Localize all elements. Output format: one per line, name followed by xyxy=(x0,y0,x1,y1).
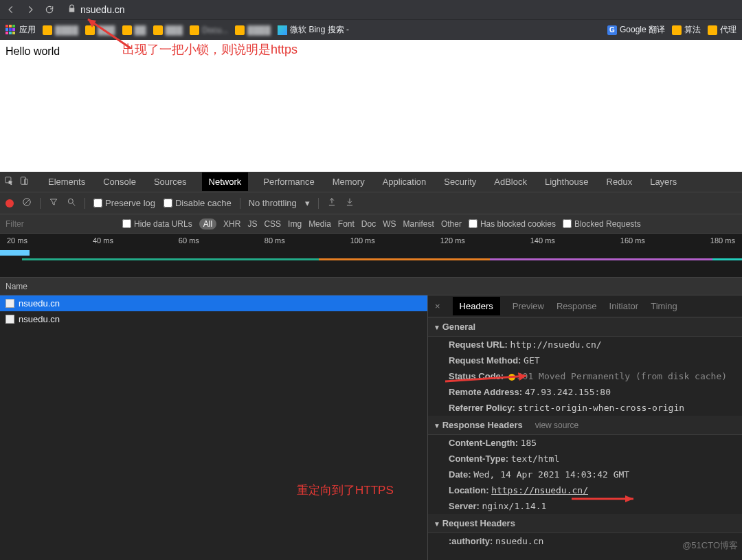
tab-network[interactable]: Network xyxy=(202,172,249,191)
kv-referrer: Referrer Policy: strict-origin-when-cros… xyxy=(428,400,742,416)
tab-timing[interactable]: Timing xyxy=(651,301,677,311)
network-filterbar: Hide data URLs All XHR JS CSS Img Media … xyxy=(0,214,742,234)
network-timeline[interactable]: 20 ms 40 ms 60 ms 80 ms 100 ms 120 ms 14… xyxy=(0,234,742,278)
section-general[interactable]: General xyxy=(428,317,742,337)
tick-label: 60 ms xyxy=(179,236,199,245)
kv-remote: Remote Address: 47.93.242.155:80 xyxy=(428,384,742,400)
tick-label: 160 ms xyxy=(620,236,645,245)
device-icon[interactable] xyxy=(19,176,29,188)
apps-button[interactable]: 应用 xyxy=(5,24,36,36)
kv-status: Status Code: 301 Moved Permanently (from… xyxy=(428,368,742,384)
filter-icon[interactable] xyxy=(49,197,58,209)
section-request-headers[interactable]: Request Headers xyxy=(428,514,742,533)
bookmark-proxy[interactable]: 代理 xyxy=(708,24,737,36)
reload-button[interactable] xyxy=(44,4,55,15)
tab-response[interactable]: Response xyxy=(556,301,597,311)
tick-label: 120 ms xyxy=(440,236,465,245)
tab-console[interactable]: Console xyxy=(100,172,139,191)
devtools-tablist: Elements Console Sources Network Perform… xyxy=(0,172,742,192)
view-source-link[interactable]: view source xyxy=(535,421,578,430)
upload-icon[interactable] xyxy=(327,197,337,209)
bookmark-bing[interactable]: 微软 Bing 搜索 - xyxy=(278,24,349,36)
bookmark-item[interactable]: ████ xyxy=(235,25,271,35)
svg-line-5 xyxy=(24,199,30,205)
blocked-requests-checkbox[interactable]: Blocked Requests xyxy=(563,219,641,229)
bookmark-algo[interactable]: 算法 xyxy=(672,24,701,36)
close-icon[interactable]: × xyxy=(435,301,440,311)
filter-media[interactable]: Media xyxy=(308,219,331,229)
request-name: nsuedu.cn xyxy=(19,314,60,324)
filter-input[interactable] xyxy=(5,219,115,229)
bookmark-item[interactable]: ███ xyxy=(85,25,115,35)
tab-preview[interactable]: Preview xyxy=(513,301,544,311)
file-icon xyxy=(5,299,14,308)
tick-label: 80 ms xyxy=(265,236,285,245)
tab-initiator[interactable]: Initiator xyxy=(609,301,639,311)
address-bar[interactable]: nsuedu.cn xyxy=(63,4,737,15)
forward-button[interactable] xyxy=(25,4,36,15)
svg-rect-3 xyxy=(25,179,28,185)
filter-other[interactable]: Other xyxy=(441,219,462,229)
tab-redux[interactable]: Redux xyxy=(604,172,636,191)
status-dot-icon xyxy=(508,374,515,381)
hide-data-urls-checkbox[interactable]: Hide data URLs xyxy=(122,219,192,229)
tab-layers[interactable]: Layers xyxy=(647,172,679,191)
filter-css[interactable]: CSS xyxy=(264,219,281,229)
filter-js[interactable]: JS xyxy=(247,219,257,229)
filter-ws[interactable]: WS xyxy=(383,219,396,229)
tab-application[interactable]: Application xyxy=(380,172,429,191)
kv-date: Date: Wed, 14 Apr 2021 14:03:42 GMT xyxy=(428,467,742,482)
page-content: Hello world 出现了一把小锁，则说明是https xyxy=(0,40,742,172)
tab-lighthouse[interactable]: Lighthouse xyxy=(542,172,592,191)
back-button[interactable] xyxy=(5,4,16,15)
filter-img[interactable]: Img xyxy=(288,219,302,229)
tab-adblock[interactable]: AdBlock xyxy=(491,172,530,191)
preserve-log-checkbox[interactable]: Preserve log xyxy=(93,198,155,208)
file-icon xyxy=(5,315,14,324)
kv-method: Request Method: GET xyxy=(428,352,742,368)
inspect-icon[interactable] xyxy=(4,176,14,188)
disable-cache-checkbox[interactable]: Disable cache xyxy=(164,198,232,208)
search-icon[interactable] xyxy=(67,197,76,209)
tab-elements[interactable]: Elements xyxy=(45,172,88,191)
tick-label: 20 ms xyxy=(7,236,27,245)
bookmark-label: 微软 Bing 搜索 - xyxy=(290,24,349,36)
bookmark-google-translate[interactable]: GGoogle 翻译 xyxy=(607,24,665,36)
name-column-header[interactable]: Name xyxy=(0,278,742,295)
annotation-lock: 出现了一把小锁，则说明是https xyxy=(122,41,297,58)
bookmark-label: 代理 xyxy=(720,24,737,36)
request-detail: × Headers Preview Response Initiator Tim… xyxy=(427,295,742,560)
bookmark-item[interactable]: Docu... xyxy=(190,25,228,35)
tab-performance[interactable]: Performance xyxy=(260,172,317,191)
filter-xhr[interactable]: XHR xyxy=(223,219,240,229)
throttling-select[interactable]: No throttling xyxy=(249,198,297,208)
chevron-down-icon[interactable]: ▾ xyxy=(305,198,310,208)
tick-label: 180 ms xyxy=(710,236,735,245)
tab-security[interactable]: Security xyxy=(441,172,479,191)
record-icon[interactable] xyxy=(5,199,14,208)
apps-icon xyxy=(5,25,16,36)
download-icon[interactable] xyxy=(345,197,355,209)
apps-label: 应用 xyxy=(19,24,36,36)
google-translate-icon: G xyxy=(607,25,617,35)
filter-doc[interactable]: Doc xyxy=(361,219,376,229)
blocked-cookies-checkbox[interactable]: Has blocked cookies xyxy=(469,219,556,229)
url-text: nsuedu.cn xyxy=(80,4,125,15)
bing-icon xyxy=(278,25,287,35)
filter-manifest[interactable]: Manifest xyxy=(403,219,434,229)
tab-sources[interactable]: Sources xyxy=(151,172,190,191)
section-response-headers[interactable]: Response Headersview source xyxy=(428,416,742,435)
clear-icon[interactable] xyxy=(22,197,32,209)
tab-headers[interactable]: Headers xyxy=(453,297,500,315)
filter-all[interactable]: All xyxy=(199,219,216,229)
watermark: @51CTO博客 xyxy=(682,539,738,552)
request-row[interactable]: nsuedu.cn xyxy=(0,311,427,327)
filter-font[interactable]: Font xyxy=(338,219,355,229)
tab-memory[interactable]: Memory xyxy=(330,172,368,191)
bookmark-item[interactable]: ████ xyxy=(43,25,78,35)
request-list: nsuedu.cn nsuedu.cn xyxy=(0,295,427,560)
bookmark-item[interactable]: ███ xyxy=(153,25,183,35)
network-toolbar: Preserve log Disable cache No throttling… xyxy=(0,192,742,214)
request-row[interactable]: nsuedu.cn xyxy=(0,295,427,311)
bookmark-item[interactable]: ██ xyxy=(122,25,146,35)
